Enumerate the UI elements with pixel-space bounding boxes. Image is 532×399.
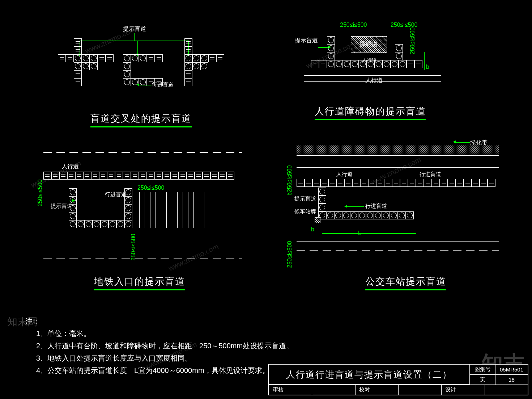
fig-tee [184, 54, 224, 70]
fig-bus [318, 188, 326, 211]
dim-b1: 250≤i≤500 [340, 22, 367, 28]
watermark-url: www.znzmo.com [167, 242, 220, 273]
label-zhangai: 障碍物 [360, 41, 377, 48]
label-tishi: 提示盲道 [51, 203, 72, 210]
tb-shenhe: 审核 [269, 385, 312, 395]
page-label: 页 [470, 375, 495, 385]
atlas-label: 图集号 [470, 365, 495, 374]
dim-dv1: b250≤i≤500 [286, 165, 293, 196]
atlas-no: 05MR501 [495, 365, 528, 374]
label-tishi: 提示盲道 [294, 196, 316, 202]
notes: 注： 1、单位：毫米。 2、人行道中有台阶、坡道和障碍物时，应在相距 250～5… [36, 315, 293, 377]
caption-crossing: 盲道交叉处的提示盲道 [90, 112, 192, 127]
note-4: 4、公交车站的提示盲道长度 L宜为4000～6000mm，具体见设计要求。 [36, 364, 293, 377]
label-xingjin: 行进盲道 [152, 81, 174, 88]
page-no: 18 [495, 375, 528, 385]
dim-b3: 250≤i≤500 [409, 27, 416, 54]
label-renxing: 人行道 [61, 163, 79, 171]
label-renxing: 人行道 [365, 77, 383, 84]
note-3: 3、地铁入口处提示盲道长度应与入口宽度相同。 [36, 352, 293, 364]
dim-dv2: 250≤i≤500 [286, 241, 293, 268]
label-renxing: 人行道 [336, 171, 353, 178]
dim-bb: b [426, 64, 429, 70]
tb-sheji: 设计 [441, 385, 484, 395]
fig-cross [58, 54, 114, 70]
dim-cv: 250≤i≤500 [37, 179, 43, 206]
title-block: 人行道行进盲道与提示盲道设置（二） 图集号 05MR501 页 18 审核 校对… [268, 364, 528, 395]
notes-heading: 注： [25, 315, 293, 327]
caption-obstacle: 人行道障碍物的提示盲道 [315, 105, 426, 120]
label-xingjin: 行进盲道 [365, 203, 387, 210]
dim-ch: 250≤i≤500 [137, 185, 165, 191]
caption-bus: 公交车站提示盲道 [365, 275, 446, 290]
cad-sheet: 知末网 www.znzmo.com www.znzmo.com www.znzm… [0, 0, 532, 399]
note-1: 1、单位：毫米。 [36, 327, 293, 340]
bus-stop-sign-icon [315, 217, 320, 223]
tb-jiaodui: 校对 [355, 385, 398, 395]
label-xingjin: 行进盲道 [105, 191, 127, 198]
label-tishi: 提示盲道 [295, 37, 318, 45]
dim-cv2: 250≤i≤500 [130, 234, 137, 261]
caption-subway: 地铁入口的提示盲道 [94, 275, 185, 290]
label-lvhua: 绿化带 [470, 139, 488, 147]
green-belt [297, 145, 499, 156]
label-houche: 候车站牌 [294, 208, 316, 215]
sheet-title: 人行道行进盲道与提示盲道设置（二） [269, 365, 469, 385]
dim-b: b [311, 226, 314, 233]
label-tishi: 提示盲道 [123, 25, 146, 33]
note-2: 2、人行道中有台阶、坡道和障碍物时，应在相距 250～500mm处设提示盲道。 [36, 340, 293, 352]
label-xingjin-top: 行进盲道 [420, 171, 441, 178]
